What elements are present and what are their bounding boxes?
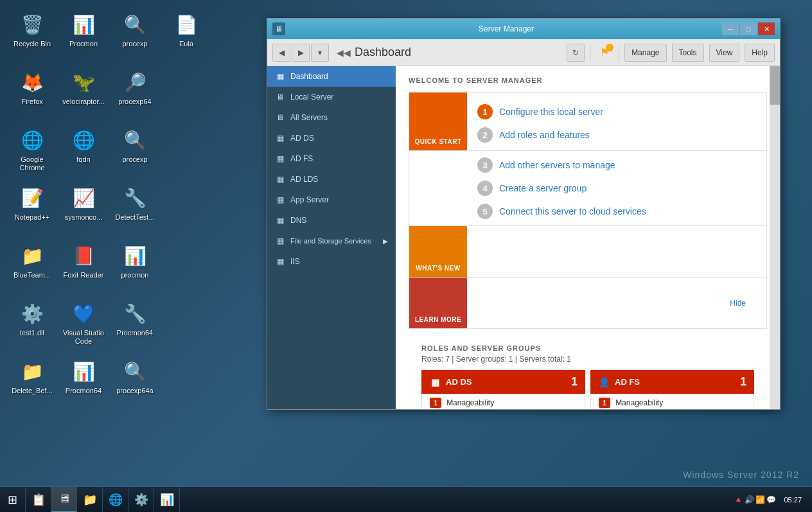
tools-button[interactable]: Tools bbox=[672, 44, 704, 62]
sidebar-item-local-server[interactable]: 🖥 Local Server bbox=[267, 87, 396, 107]
maximize-button[interactable]: □ bbox=[740, 22, 757, 35]
icon-velociraptor[interactable]: 🦖 velociraptor... bbox=[58, 64, 109, 122]
ad-fs-card-icon: 👤 bbox=[598, 376, 610, 388]
sidebar-item-label-file-storage: File and Storage Services bbox=[290, 237, 371, 245]
icon-procmon64[interactable]: 🔧 Procmon64 bbox=[109, 296, 161, 353]
quickstart-step-2[interactable]: 2 Add roles and features bbox=[477, 123, 756, 146]
step-4-circle: 4 bbox=[477, 181, 493, 196]
hide-link[interactable]: Hide bbox=[477, 299, 756, 308]
sidebar-item-dns[interactable]: ▦ DNS bbox=[267, 210, 396, 231]
icon-procmon64b[interactable]: 📊 Procmon64 bbox=[58, 353, 109, 411]
icon-blueteam[interactable]: 📁 BlueTeam... bbox=[6, 238, 58, 296]
taskbar-btn-fileexp[interactable]: 📁 bbox=[77, 487, 103, 513]
icon-foxit[interactable]: 📕 Foxit Reader bbox=[58, 238, 109, 296]
icon-procexp64[interactable]: 🔎 procexp64 bbox=[109, 64, 161, 122]
icon-procexp2[interactable]: 🔍 procexp bbox=[109, 122, 161, 180]
icon-fqdn[interactable]: 🌐 fqdn bbox=[58, 122, 109, 180]
desktop: 🗑️ Recycle Bin 📊 Procmon 🔍 procexp 📄 Eul… bbox=[0, 0, 812, 512]
ad-ds-role-card[interactable]: ▦ AD DS 1 1 Manageability bbox=[421, 370, 585, 409]
quickstart-step-4[interactable]: 4 Create a server group bbox=[477, 177, 756, 200]
nav-dropdown-button[interactable]: ▾ bbox=[311, 44, 329, 62]
icon-firefox[interactable]: 🦊 Firefox bbox=[6, 64, 58, 122]
refresh-button[interactable]: ↻ bbox=[567, 44, 585, 62]
taskbar-btn-misc[interactable]: 📊 bbox=[154, 487, 180, 513]
procmon64-icon: 🔧 bbox=[122, 301, 148, 326]
sidebar-item-file-storage[interactable]: ▦ File and Storage Services ▶ bbox=[267, 231, 396, 251]
nav-buttons: ◀ ▶ ▾ bbox=[272, 44, 329, 62]
scrollbar-thumb[interactable] bbox=[770, 66, 780, 105]
ad-fs-role-card[interactable]: 👤 AD FS 1 1 Manageability bbox=[590, 370, 754, 409]
flag-button[interactable]: ⚑ ! bbox=[596, 44, 613, 62]
icon-label-velociraptor: velociraptor... bbox=[62, 98, 104, 106]
sidebar-item-all-servers[interactable]: 🖥 All Servers bbox=[267, 107, 396, 128]
minimize-button[interactable]: ─ bbox=[722, 22, 739, 35]
quickstart-step-5[interactable]: 5 Connect this server to cloud services bbox=[477, 200, 756, 223]
sidebar-item-dashboard[interactable]: ▦ Dashboard bbox=[267, 66, 396, 87]
sidebar-item-label-all-servers: All Servers bbox=[290, 113, 328, 122]
roles-header: ROLES AND SERVER GROUPS bbox=[421, 339, 754, 355]
quickstart-step-1[interactable]: 1 Configure this local server bbox=[477, 100, 756, 123]
detecttest-icon: 🔧 bbox=[122, 185, 148, 211]
icon-label-procexp64: procexp64 bbox=[118, 98, 151, 106]
icon-sysmonco[interactable]: 📈 sysmonco... bbox=[58, 180, 109, 238]
eula-icon: 📄 bbox=[173, 12, 199, 37]
icon-procmon2[interactable]: 📊 procmon bbox=[109, 238, 161, 296]
sidebar-item-iis[interactable]: ▦ IIS bbox=[267, 251, 396, 272]
help-button[interactable]: Help bbox=[745, 44, 775, 62]
chrome-icon: 🌐 bbox=[19, 127, 45, 153]
taskbar-btn-servermgr[interactable]: 🖥 bbox=[51, 487, 77, 513]
fileexp-icon: 📁 bbox=[83, 493, 97, 507]
ad-ds-icon: ▦ bbox=[275, 133, 285, 143]
icon-notepadpp[interactable]: 📝 Notepad++ bbox=[6, 180, 58, 238]
icon-label-fqdn: fqdn bbox=[76, 155, 90, 164]
icon-deletebef[interactable]: 📁 Delete_Bef... bbox=[6, 353, 58, 411]
icon-procmon[interactable]: 📊 Procmon bbox=[58, 6, 109, 64]
app-server-icon: ▦ bbox=[275, 195, 285, 205]
icon-test1dll[interactable]: ⚙️ test1.dll bbox=[6, 296, 58, 353]
icon-vscode[interactable]: 💙 Visual Studio Code bbox=[58, 296, 109, 353]
test1dll-icon: ⚙️ bbox=[19, 301, 45, 326]
sidebar-item-ad-lds[interactable]: ▦ AD LDS bbox=[267, 169, 396, 190]
quickstart-label: QUICK START bbox=[414, 138, 461, 145]
ad-fs-status-text: Manageability bbox=[615, 398, 663, 407]
forward-button[interactable]: ▶ bbox=[292, 44, 310, 62]
systray-icon-3: 📶 bbox=[755, 495, 765, 504]
windows-branding: Windows Server 2012 R2 bbox=[683, 470, 799, 480]
sidebar-item-ad-fs[interactable]: ▦ AD FS bbox=[267, 148, 396, 169]
start-button[interactable]: ⊞ bbox=[0, 487, 26, 513]
icon-recycle-bin[interactable]: 🗑️ Recycle Bin bbox=[6, 6, 58, 64]
icon-procexp64a[interactable]: 🔍 procexp64a bbox=[109, 353, 161, 411]
view-button[interactable]: View bbox=[709, 44, 740, 62]
velociraptor-icon: 🦖 bbox=[71, 69, 96, 95]
icon-eula[interactable]: 📄 Eula bbox=[161, 6, 212, 64]
icon-grid: 🗑️ Recycle Bin 📊 Procmon 🔍 procexp 📄 Eul… bbox=[0, 0, 244, 418]
taskbar: ⊞ 📋 🖥 📁 🌐 ⚙️ 📊 🔺 🔊 bbox=[0, 486, 812, 512]
close-button[interactable]: ✕ bbox=[758, 22, 775, 35]
taskbar-btn-taskmgr[interactable]: 📋 bbox=[26, 487, 51, 513]
back-button[interactable]: ◀ bbox=[272, 44, 290, 62]
firefox-icon: 🦊 bbox=[19, 69, 45, 95]
taskbar-btn-settings[interactable]: ⚙️ bbox=[128, 487, 154, 513]
procexp64a-icon: 🔍 bbox=[122, 358, 148, 384]
whatsnew-section: WHAT'S NEW bbox=[409, 225, 766, 277]
step-2-text: Add roles and features bbox=[499, 130, 590, 140]
icon-label-procexp64a: procexp64a bbox=[116, 387, 154, 395]
step-2-circle: 2 bbox=[477, 127, 493, 143]
sidebar-item-ad-ds[interactable]: ▦ AD DS bbox=[267, 128, 396, 148]
procexp-icon: 🔍 bbox=[122, 12, 148, 37]
main-content: WELCOME TO SERVER MANAGER QUICK START bbox=[396, 66, 780, 409]
file-storage-expand-icon: ▶ bbox=[383, 238, 388, 245]
ad-lds-icon: ▦ bbox=[275, 174, 285, 184]
icon-chrome[interactable]: 🌐 Google Chrome bbox=[6, 122, 58, 180]
taskbar-btn-chrome[interactable]: 🌐 bbox=[103, 487, 128, 513]
sidebar-item-app-server[interactable]: ▦ App Server bbox=[267, 190, 396, 210]
dashboard-title-icon: ◀◀ bbox=[337, 48, 351, 58]
manage-button[interactable]: Manage bbox=[624, 44, 666, 62]
quickstart-step-3[interactable]: 3 Add other servers to manage bbox=[477, 154, 756, 177]
icon-detecttest[interactable]: 🔧 DetectTest... bbox=[109, 180, 161, 238]
step-1-circle: 1 bbox=[477, 104, 493, 119]
scrollbar-track[interactable] bbox=[770, 66, 780, 409]
sidebar-item-label-local-server: Local Server bbox=[290, 93, 333, 102]
icon-procexp[interactable]: 🔍 procexp bbox=[109, 6, 161, 64]
systray-icon-1: 🔺 bbox=[734, 495, 743, 504]
